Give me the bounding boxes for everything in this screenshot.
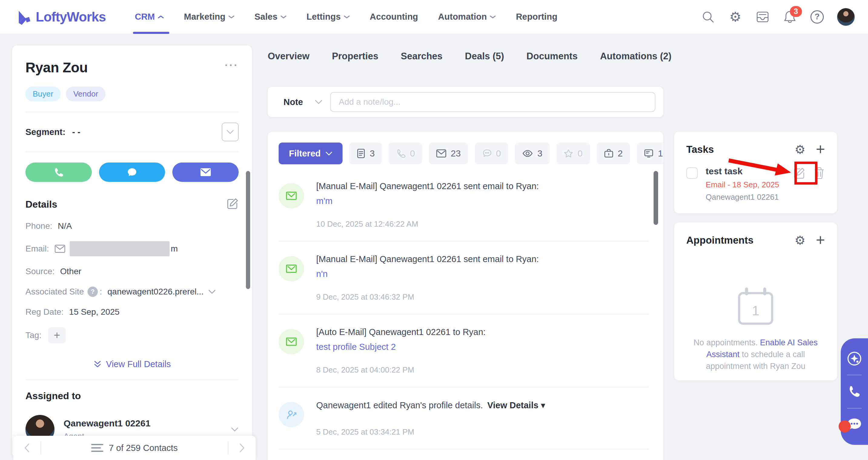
associated-site-value: qanewagent0226.prerel... [107, 287, 204, 297]
note-input[interactable] [330, 92, 655, 112]
add-task-button[interactable]: + [816, 143, 825, 156]
add-appointment-button[interactable]: + [816, 234, 825, 247]
annotation-highlight-box [795, 162, 817, 185]
divider [279, 241, 649, 241]
star-icon [564, 149, 573, 158]
ai-assistant-icon[interactable] [846, 350, 863, 367]
web-icon [644, 149, 654, 158]
filter-chip-emails[interactable]: 23 [429, 142, 468, 164]
envelope-icon [55, 244, 65, 253]
tab-properties[interactable]: Properties [332, 51, 378, 62]
reg-date-field: Reg Date: 15 Sep, 2025 [26, 307, 239, 317]
email-field: Email: m [26, 241, 239, 256]
gear-icon[interactable]: ⚙ [728, 10, 743, 24]
nav-item-marketing[interactable]: Marketing [184, 0, 235, 34]
search-icon[interactable] [701, 10, 715, 24]
tag-buyer[interactable]: Buyer [26, 87, 61, 101]
view-full-details-link[interactable]: View Full Details [26, 359, 239, 369]
email-activity-icon [279, 183, 304, 208]
tab-overview[interactable]: Overview [268, 51, 310, 62]
contact-more-menu[interactable]: ··· [225, 59, 239, 71]
segment-row: Segment: - - [26, 123, 239, 141]
nav-item-automation[interactable]: Automation [438, 0, 496, 34]
feed-item: [Auto E-Mail] Qanewagent1 02261 to Ryan:… [279, 327, 649, 375]
tab-searches[interactable]: Searches [401, 51, 442, 62]
filtered-dropdown-button[interactable]: Filtered [279, 142, 343, 164]
filter-chip-favorites[interactable]: 0 [556, 142, 590, 164]
appointments-settings-icon[interactable]: ⚙ [795, 234, 806, 247]
add-tag-button[interactable]: + [48, 327, 66, 343]
task-checkbox[interactable] [686, 167, 698, 179]
email-icon [436, 149, 446, 158]
brand-logo[interactable]: LoftyWorks [18, 9, 106, 25]
appointments-panel: Appointments ⚙ + 1 No appointments. Enab… [674, 223, 837, 381]
filter-chip-messages[interactable]: 0 [475, 142, 508, 164]
email-subject-link[interactable]: test profile Subject 2 [316, 342, 486, 352]
view-details-toggle[interactable]: View Details ▾ [487, 400, 545, 410]
divider [279, 387, 649, 387]
contact-name: Ryan Zou [26, 59, 88, 76]
contact-card-scrollbar[interactable] [246, 171, 250, 289]
notes-icon [356, 148, 366, 159]
email-subject-link[interactable]: m'm [316, 196, 539, 206]
divider [279, 449, 649, 450]
text-message-button[interactable] [99, 163, 165, 182]
calendar-icon: 1 [738, 292, 773, 325]
filter-chip-notes[interactable]: 3 [349, 142, 382, 164]
chevron-down-icon [490, 15, 496, 19]
previous-contact-button[interactable] [13, 443, 40, 453]
help-icon[interactable]: ? [810, 10, 825, 24]
next-contact-button[interactable] [228, 443, 256, 453]
feed-scrollbar[interactable] [654, 171, 658, 225]
chat-alert-dot [839, 420, 851, 432]
bell-icon[interactable]: 3 [783, 10, 797, 24]
contact-quick-actions [26, 163, 239, 182]
email-button[interactable] [172, 163, 239, 182]
filter-chip-deals[interactable]: 2 [597, 142, 630, 164]
list-icon [91, 444, 103, 452]
activity-filter-row: Filtered 3 0 23 0 3 [279, 142, 663, 164]
contact-tags: Buyer Vendor [26, 87, 239, 101]
segment-value: - - [72, 127, 80, 137]
source-field: Source: Other [26, 267, 239, 276]
chat-bubble-icon [127, 167, 137, 177]
call-button[interactable] [26, 163, 92, 182]
filter-chip-views[interactable]: 3 [515, 142, 550, 164]
note-composer: Note [268, 87, 663, 117]
filter-chip-web[interactable]: 10 [637, 142, 663, 164]
chevron-down-icon [280, 15, 286, 19]
notification-badge: 3 [790, 6, 802, 17]
tab-deals[interactable]: Deals (5) [465, 51, 504, 62]
nav-item-crm[interactable]: CRM [135, 0, 164, 34]
segment-select-icon[interactable] [222, 123, 239, 141]
edit-details-icon[interactable] [226, 198, 239, 211]
chevron-down-icon [326, 152, 332, 156]
note-type-dropdown[interactable]: Note [276, 97, 330, 107]
filter-chip-calls[interactable]: 0 [389, 142, 422, 164]
chevron-down-icon[interactable] [231, 427, 239, 432]
tab-documents[interactable]: Documents [526, 51, 578, 62]
contact-counter[interactable]: 7 of 259 Contacts [41, 443, 228, 453]
agent-name: Qanewagent1 02261 [64, 418, 151, 429]
tab-automations[interactable]: Automations (2) [600, 51, 672, 62]
brand-name: LoftyWorks [36, 9, 106, 25]
nav-item-lettings[interactable]: Lettings [307, 0, 350, 34]
chevron-down-icon[interactable] [208, 290, 216, 294]
chevron-down-icon [228, 15, 235, 19]
activity-feed-card: Filtered 3 0 23 0 3 [268, 132, 663, 460]
email-subject-link[interactable]: n'n [316, 269, 539, 279]
deals-icon [604, 149, 614, 158]
dialer-icon[interactable] [846, 383, 863, 400]
help-tooltip-icon[interactable]: ? [88, 287, 98, 297]
nav-item-accounting[interactable]: Accounting [370, 0, 418, 34]
tasks-settings-icon[interactable]: ⚙ [795, 143, 806, 156]
inbox-icon[interactable] [755, 10, 770, 24]
active-nav-underline [133, 32, 169, 34]
chat-widget-icon[interactable] [846, 416, 863, 433]
tag-field: Tag: + [26, 327, 239, 343]
user-avatar[interactable] [837, 8, 855, 26]
nav-item-sales[interactable]: Sales [254, 0, 286, 34]
tag-vendor[interactable]: Vendor [66, 87, 105, 101]
divider [847, 375, 862, 375]
nav-item-reporting[interactable]: Reporting [516, 0, 557, 34]
